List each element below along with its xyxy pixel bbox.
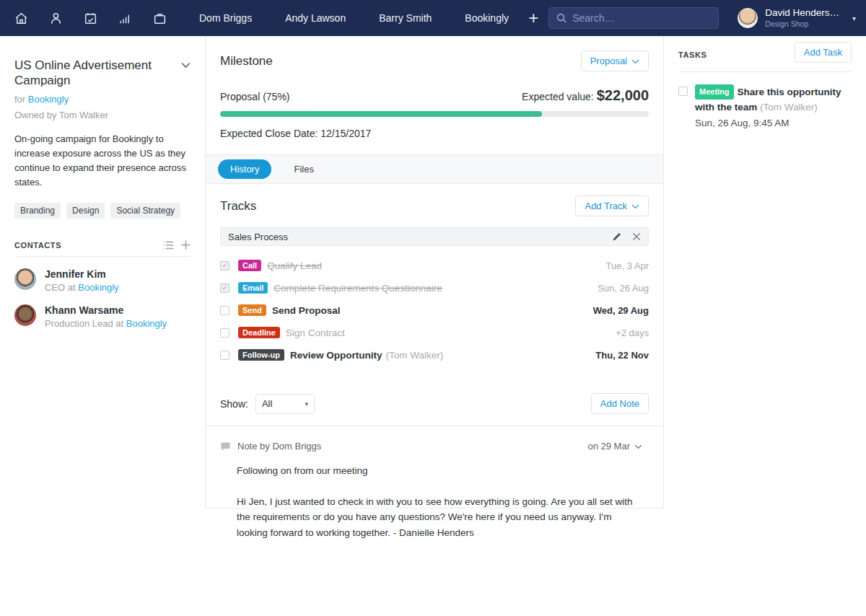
- add-contact-icon[interactable]: [181, 240, 191, 250]
- add-task-label: Add Task: [804, 47, 842, 58]
- task-text: MeetingShare this opportunity with the t…: [695, 84, 852, 131]
- milestone-heading: Milestone: [220, 54, 273, 69]
- company-link[interactable]: Bookingly: [126, 318, 167, 329]
- task-assignee: (Tom Walker): [760, 102, 818, 113]
- company-link[interactable]: Bookingly: [78, 282, 118, 293]
- tag-list: BrandingDesignSocial Strategy: [14, 203, 191, 219]
- show-filter-value: All: [262, 398, 272, 409]
- tasks-heading: TASKS: [678, 50, 707, 59]
- chevron-down-icon: [631, 204, 639, 209]
- contact-avatar: [14, 268, 36, 290]
- company-link[interactable]: Bookingly: [28, 94, 69, 105]
- track-item-date: Wed, 29 Aug: [593, 305, 649, 316]
- expected-value-amount: $22,000: [597, 87, 649, 103]
- tag[interactable]: Social Strategy: [110, 203, 180, 219]
- track-item-date: Tue, 3 Apr: [606, 260, 650, 271]
- contact-name: Jennifer Kim: [45, 268, 119, 280]
- contact-name: Khann Warsame: [45, 304, 167, 316]
- expected-close-date: Expected Close Date: 12/15/2017: [220, 128, 649, 139]
- track-item-title: Sign Contract: [286, 327, 345, 338]
- note-paragraph: Hi Jen, I just wanted to check in with y…: [237, 494, 641, 541]
- nav-tab[interactable]: Barry Smith: [379, 12, 432, 24]
- task-list: MeetingShare this opportunity with the t…: [678, 84, 852, 131]
- close-icon[interactable]: [632, 232, 641, 241]
- track-item: Follow-upReview Opportunity(Tom Walker)T…: [220, 346, 649, 364]
- contact-list-item[interactable]: Khann WarsameProduction Lead at Bookingl…: [14, 304, 191, 329]
- nav-tab[interactable]: Dom Briggs: [199, 12, 252, 24]
- track-item-title: Complete Requirements Questionnaire: [274, 283, 442, 294]
- track-item-badge: Deadline: [238, 327, 280, 338]
- tab-files[interactable]: Files: [281, 159, 325, 179]
- home-icon[interactable]: [7, 4, 35, 32]
- track-item-checkbox[interactable]: ✓: [220, 283, 229, 293]
- edit-pencil-icon[interactable]: [612, 232, 622, 242]
- chevron-down-icon[interactable]: ▾: [852, 14, 856, 22]
- contact-list-item[interactable]: Jennifer KimCEO at Bookingly: [14, 268, 191, 293]
- people-icon[interactable]: [42, 4, 69, 32]
- track-item-checkbox[interactable]: [220, 328, 229, 338]
- opportunity-owner: Owned by Tom Walker: [14, 110, 191, 120]
- chevron-down-icon: [631, 59, 639, 64]
- show-filter-select[interactable]: All ▾: [255, 394, 315, 414]
- task-checkbox[interactable]: [678, 87, 688, 96]
- track-item-checkbox[interactable]: ✓: [220, 261, 229, 270]
- track-item-checkbox[interactable]: [220, 306, 229, 315]
- track-item-badge: Call: [238, 260, 261, 271]
- contact-role: CEO at Bookingly: [45, 282, 119, 293]
- track-item-date: +2 days: [616, 327, 649, 338]
- chevron-down-icon[interactable]: [181, 62, 191, 69]
- milestone-selector-button[interactable]: Proposal: [581, 50, 649, 71]
- tag[interactable]: Branding: [14, 203, 61, 219]
- main-panel: Milestone Proposal Proposal (75%) Expect…: [205, 36, 664, 509]
- contacts-header: CONTACTS: [14, 240, 191, 257]
- tag[interactable]: Design: [66, 203, 105, 219]
- search-input[interactable]: [572, 12, 711, 24]
- note-date[interactable]: on 29 Mar: [587, 441, 649, 452]
- note-body: Following on from our meeting Hi Jen, I …: [237, 463, 641, 540]
- note-author: Note by Dom Briggs: [237, 441, 321, 452]
- tab-history[interactable]: History: [218, 159, 271, 179]
- contacts-title: CONTACTS: [14, 241, 61, 250]
- track-item-checkbox[interactable]: [220, 351, 229, 360]
- calendar-icon[interactable]: [76, 4, 104, 32]
- track-item: ✓EmailComplete Requirements Questionnair…: [220, 278, 649, 297]
- track-item: SendSend ProposalWed, 29 Aug: [220, 301, 649, 320]
- show-filter-label: Show:: [220, 398, 248, 410]
- track-name: Sales Process: [228, 232, 288, 242]
- select-caret-icon: ▾: [305, 400, 308, 408]
- reports-icon[interactable]: [111, 4, 139, 32]
- opportunity-description: On-going campaign for Bookingly to incre…: [14, 132, 191, 190]
- opportunity-for: for Bookingly: [14, 94, 191, 105]
- nav-open-tabs: Dom BriggsAndy LawsonBarry SmithBookingl…: [199, 12, 509, 24]
- opportunity-sidebar: US Online Advertisement Campaign for Boo…: [0, 36, 205, 343]
- expected-value: Expected value:$22,000: [522, 87, 649, 104]
- add-note-button[interactable]: Add Note: [591, 393, 649, 414]
- add-track-label: Add Track: [585, 201, 627, 211]
- track-item-badge: Send: [238, 304, 266, 316]
- contact-meta: Khann WarsameProduction Lead at Bookingl…: [45, 304, 167, 329]
- contact-avatar: [14, 304, 36, 326]
- user-menu[interactable]: David Henders… Design Shop ▾: [738, 7, 856, 29]
- track-item-title: Review Opportunity: [290, 350, 382, 361]
- nav-tab[interactable]: Bookingly: [465, 12, 509, 24]
- contacts-list: Jennifer KimCEO at BookinglyKhann Warsam…: [14, 268, 191, 329]
- add-task-button[interactable]: Add Task: [795, 42, 852, 63]
- task-datetime: Sun, 26 Aug, 9:45 AM: [695, 116, 852, 131]
- expected-value-label: Expected value:: [522, 91, 594, 102]
- list-view-icon[interactable]: [163, 241, 174, 250]
- milestone-progress-bar: [220, 111, 649, 117]
- add-new-icon[interactable]: +: [518, 8, 548, 28]
- nav-icon-group: [7, 4, 173, 32]
- search-box[interactable]: [548, 7, 719, 29]
- add-track-button[interactable]: Add Track: [575, 195, 649, 216]
- tracks-heading: Tracks: [220, 199, 256, 214]
- track-item-badge: Follow-up: [238, 349, 284, 361]
- top-nav: Dom BriggsAndy LawsonBarry SmithBookingl…: [0, 0, 866, 36]
- briefcase-icon[interactable]: [146, 4, 173, 32]
- track-item-date: Sun, 26 Aug: [598, 283, 649, 294]
- track-item-badge: Email: [238, 282, 268, 294]
- user-org: Design Shop: [765, 19, 839, 29]
- nav-tab[interactable]: Andy Lawson: [285, 12, 346, 24]
- contact-meta: Jennifer KimCEO at Bookingly: [45, 268, 119, 293]
- track-item-assignee: (Tom Walker): [385, 350, 443, 361]
